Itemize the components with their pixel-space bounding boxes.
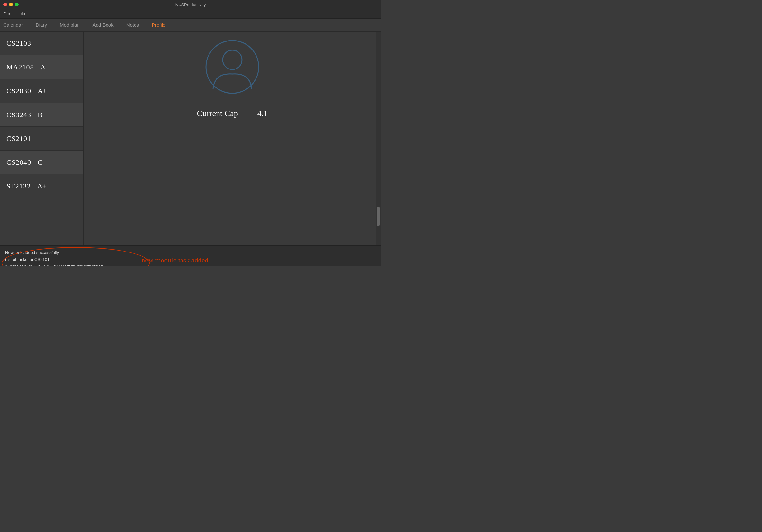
maximize-button[interactable] bbox=[15, 3, 19, 6]
console-area: New task added successfully List of task… bbox=[0, 245, 381, 266]
list-item[interactable]: CS2030 A+ bbox=[0, 79, 83, 103]
list-item[interactable]: CS2103 bbox=[0, 32, 83, 55]
divider bbox=[84, 32, 84, 245]
module-code: CS2103 bbox=[6, 39, 31, 48]
title-bar: NUSProductivity bbox=[0, 0, 381, 9]
module-code: MA2108 bbox=[6, 63, 34, 71]
svg-point-1 bbox=[223, 50, 242, 69]
cap-value: 4.1 bbox=[258, 109, 268, 118]
console-line2: List of tasks for CS2101 bbox=[5, 256, 103, 263]
nav-tabs: Calendar Diary Mod plan Add Book Notes P… bbox=[0, 19, 381, 32]
module-code: ST2132 bbox=[6, 182, 31, 190]
module-code: CS3243 bbox=[6, 111, 31, 119]
module-grade: A bbox=[40, 63, 45, 71]
sidebar: CS2103 MA2108 A CS2030 A+ CS3243 B CS210… bbox=[0, 32, 84, 245]
module-grade: A+ bbox=[38, 87, 47, 95]
console-line3: 1. essay CS2101 16-04-2020 Medium not co… bbox=[5, 263, 103, 266]
notification-text: new module task added bbox=[142, 256, 208, 264]
main-content: CS2103 MA2108 A CS2030 A+ CS3243 B CS210… bbox=[0, 32, 381, 245]
list-item[interactable]: CS3243 B bbox=[0, 103, 83, 127]
scrollbar[interactable] bbox=[376, 32, 381, 245]
menu-bar: File Help bbox=[0, 9, 381, 19]
list-item[interactable]: ST2132 A+ bbox=[0, 174, 83, 198]
module-code: CS2030 bbox=[6, 87, 31, 95]
tab-calendar[interactable]: Calendar bbox=[3, 22, 23, 28]
window-title: NUSProductivity bbox=[175, 2, 206, 7]
close-button[interactable] bbox=[3, 3, 7, 6]
tab-notes[interactable]: Notes bbox=[126, 22, 139, 28]
cap-label: Current Cap bbox=[197, 109, 238, 118]
module-code: CS2040 bbox=[6, 158, 31, 166]
module-grade: B bbox=[38, 111, 42, 119]
minimize-button[interactable] bbox=[9, 3, 13, 6]
cap-section: Current Cap 4.1 bbox=[197, 109, 268, 118]
tab-diary[interactable]: Diary bbox=[36, 22, 47, 28]
console-line1: New task added successfully bbox=[5, 250, 103, 256]
scrollbar-thumb[interactable] bbox=[377, 207, 380, 226]
menu-help[interactable]: Help bbox=[16, 11, 25, 16]
module-grade: C bbox=[38, 158, 42, 166]
list-item[interactable]: CS2040 C bbox=[0, 151, 83, 174]
profile-panel: Current Cap 4.1 bbox=[84, 32, 381, 245]
avatar-icon bbox=[203, 38, 261, 96]
console-output: New task added successfully List of task… bbox=[5, 250, 103, 266]
tab-profile[interactable]: Profile bbox=[152, 22, 166, 28]
tab-modplan[interactable]: Mod plan bbox=[60, 22, 80, 28]
module-code: CS2101 bbox=[6, 134, 31, 143]
list-item[interactable]: CS2101 bbox=[0, 127, 83, 151]
menu-file[interactable]: File bbox=[3, 11, 10, 16]
window-controls bbox=[3, 3, 19, 6]
module-grade: A+ bbox=[37, 182, 46, 190]
avatar bbox=[203, 38, 261, 96]
tab-addbook[interactable]: Add Book bbox=[93, 22, 114, 28]
list-item[interactable]: MA2108 A bbox=[0, 55, 83, 79]
